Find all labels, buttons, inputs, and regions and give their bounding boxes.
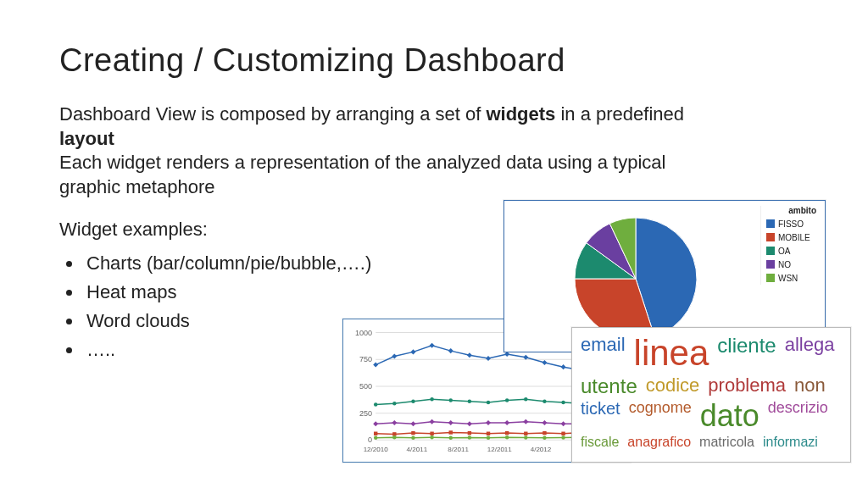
svg-point-28	[374, 402, 377, 406]
svg-point-70	[487, 436, 490, 440]
pie-legend-title: ambito	[766, 206, 820, 215]
svg-marker-45	[467, 421, 472, 426]
svg-marker-18	[410, 349, 415, 354]
svg-text:250: 250	[359, 409, 372, 418]
svg-marker-22	[486, 356, 491, 361]
svg-marker-25	[542, 360, 547, 365]
svg-marker-26	[561, 364, 566, 369]
svg-rect-62	[561, 432, 565, 435]
svg-text:500: 500	[359, 382, 372, 391]
wordcloud-word: non	[794, 375, 826, 396]
svg-marker-47	[504, 420, 509, 425]
paragraph-1: Dashboard View is composed by arranging …	[59, 103, 721, 151]
wordcloud-word: codice	[646, 375, 700, 396]
svg-text:4/2012: 4/2012	[531, 446, 552, 453]
svg-rect-61	[542, 431, 546, 435]
svg-point-34	[487, 401, 490, 404]
svg-point-73	[542, 436, 546, 440]
svg-point-69	[468, 435, 471, 439]
svg-rect-54	[411, 431, 415, 435]
svg-point-65	[392, 435, 396, 439]
svg-text:0: 0	[368, 435, 372, 444]
pie-legend-item: NO	[766, 258, 820, 271]
svg-point-68	[449, 436, 453, 440]
svg-marker-41	[392, 420, 397, 425]
svg-marker-17	[392, 353, 397, 358]
wordcloud-word: cliente	[717, 335, 776, 372]
svg-point-66	[411, 436, 415, 440]
wordcloud-word: descrizio	[768, 400, 828, 432]
svg-text:4/2011: 4/2011	[407, 446, 428, 453]
svg-rect-58	[487, 432, 490, 435]
svg-text:12/2011: 12/2011	[487, 446, 513, 453]
wordcloud-word: anagrafico	[627, 435, 691, 450]
wordcloud-word: informazi	[763, 435, 818, 450]
svg-point-67	[430, 435, 433, 439]
svg-point-74	[561, 435, 565, 439]
svg-rect-52	[374, 432, 377, 435]
svg-marker-48	[523, 419, 528, 424]
svg-text:750: 750	[359, 355, 372, 363]
svg-point-30	[411, 399, 415, 402]
wordcloud-word: fiscale	[581, 435, 619, 450]
svg-rect-53	[392, 432, 396, 435]
pie-legend-item: OA	[766, 244, 820, 258]
svg-marker-50	[561, 421, 566, 426]
svg-marker-42	[410, 421, 415, 426]
svg-point-36	[524, 397, 527, 401]
svg-marker-46	[486, 420, 491, 425]
pie-chart-svg	[564, 211, 708, 347]
pie-legend-item: FISSO	[766, 217, 820, 230]
svg-point-71	[505, 435, 509, 439]
wordcloud-word: allega	[785, 335, 835, 372]
svg-rect-59	[505, 431, 509, 435]
wordcloud-word: cognome	[629, 400, 692, 432]
svg-rect-55	[430, 432, 433, 435]
svg-rect-60	[524, 432, 527, 435]
svg-marker-16	[373, 363, 378, 368]
svg-text:8/2011: 8/2011	[448, 446, 469, 453]
slide-title: Creating / Customizing Dashboard	[59, 42, 817, 79]
wordcloud-word: problema	[708, 375, 786, 396]
svg-rect-56	[449, 430, 453, 434]
wordcloud-word: matricola	[699, 435, 754, 450]
wordcloud-word: dato	[700, 400, 760, 432]
svg-text:12/2010: 12/2010	[364, 446, 389, 453]
svg-marker-44	[448, 420, 453, 425]
svg-marker-20	[448, 348, 453, 353]
pie-legend-item: MOBILE	[766, 230, 820, 244]
pie-legend-item: WSN	[766, 271, 820, 285]
svg-marker-40	[373, 421, 378, 426]
wordcloud-word: utente	[581, 375, 637, 396]
svg-point-35	[505, 398, 509, 402]
pie-legend: ambito FISSOMOBILEOANOWSN	[760, 206, 820, 285]
svg-point-72	[524, 435, 527, 439]
svg-point-37	[542, 399, 546, 402]
svg-point-31	[430, 397, 433, 401]
wordcloud-word: email	[581, 335, 626, 372]
svg-point-38	[561, 401, 565, 404]
svg-point-32	[449, 398, 453, 402]
svg-marker-49	[542, 420, 547, 425]
svg-point-29	[392, 402, 396, 405]
svg-point-64	[374, 436, 377, 440]
wordcloud-widget: emaillineaclienteallegautentecodiceprobl…	[571, 327, 851, 463]
svg-text:1000: 1000	[355, 329, 372, 337]
svg-marker-43	[430, 419, 435, 424]
paragraph-2: Each widget renders a representation of …	[59, 151, 721, 199]
svg-marker-19	[430, 343, 435, 348]
svg-marker-21	[467, 352, 472, 358]
wordcloud-word: linea	[634, 335, 709, 372]
svg-point-33	[468, 399, 471, 402]
svg-rect-57	[468, 431, 471, 435]
wordcloud-word: ticket	[581, 400, 620, 432]
widget-examples-cluster: 0250500750100012/20104/20118/201112/2011…	[342, 200, 851, 463]
